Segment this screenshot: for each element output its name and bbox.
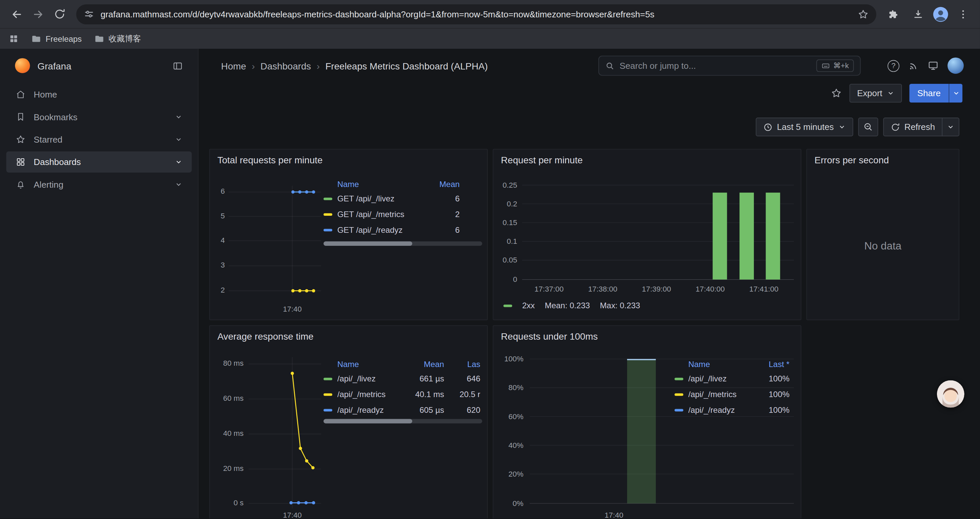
back-icon[interactable]	[6, 3, 28, 25]
browser-menu-icon[interactable]	[953, 3, 974, 25]
bookmark-star-icon[interactable]	[858, 8, 869, 20]
help-icon[interactable]: ?	[888, 60, 900, 72]
search-bar[interactable]: ⌘+k	[598, 56, 861, 76]
legend-col-last[interactable]: Las	[449, 359, 480, 369]
y-tick: 40%	[495, 441, 523, 450]
monitor-icon[interactable]	[928, 60, 939, 72]
series-last: 620	[449, 405, 480, 414]
series-name[interactable]: /api/_/metrics	[688, 390, 757, 399]
user-avatar[interactable]	[948, 57, 964, 74]
series-name[interactable]: GET /api/_/livez	[337, 194, 434, 203]
breadcrumb-dashboards[interactable]: Dashboards	[261, 61, 311, 71]
rss-icon[interactable]	[908, 61, 919, 71]
series-last: 646	[449, 374, 480, 383]
breadcrumb-separator: ›	[252, 61, 255, 71]
favorite-star-icon[interactable]	[831, 88, 842, 99]
dashboard-actions: Export Share	[831, 84, 963, 102]
y-tick: 100%	[495, 355, 523, 363]
series-name[interactable]: GET /api/_/metrics	[337, 209, 434, 219]
x-tick: 17:40	[600, 511, 627, 518]
panel-title[interactable]: Requests under 100ms	[501, 331, 598, 342]
legend-col-name[interactable]: Name	[337, 359, 412, 369]
series-name[interactable]: /api/_/readyz	[688, 405, 757, 414]
chevron-down-icon	[175, 181, 182, 188]
y-tick: 0.2	[495, 200, 517, 208]
legend-col-last[interactable]: Last *	[757, 359, 789, 369]
y-tick: 3	[211, 261, 225, 270]
sidebar-item-alerting[interactable]: Alerting	[6, 174, 192, 195]
assistant-avatar[interactable]	[937, 380, 964, 407]
chevron-down-icon	[886, 89, 894, 97]
legend-col-name[interactable]: Name	[337, 179, 434, 188]
sidebar-nav: Home Bookmarks Starred Dashboards Alerti…	[0, 84, 198, 195]
y-tick: 0.1	[495, 237, 517, 246]
site-settings-icon[interactable]	[84, 9, 94, 19]
time-range-picker[interactable]: Last 5 minutes	[756, 118, 853, 136]
legend-col-mean[interactable]: Mean	[412, 359, 444, 369]
series-color-swatch	[675, 409, 683, 411]
bookmarks-bar: Freeleaps 收藏博客	[0, 28, 980, 49]
address-bar[interactable]: grafana.mathmast.com/d/deytv4rwavabkb/fr…	[76, 4, 876, 24]
grafana-logo[interactable]	[15, 58, 30, 73]
y-tick: 80%	[495, 383, 523, 392]
extensions-icon[interactable]	[883, 3, 904, 25]
panel-average-response-time: Average response time 80 ms 60 ms 40 ms …	[209, 325, 488, 519]
y-tick: 20%	[495, 469, 523, 478]
series-name[interactable]: /api/_/livez	[688, 374, 757, 383]
share-button[interactable]: Share	[909, 84, 949, 102]
panel-title[interactable]: Errors per second	[815, 155, 889, 165]
series-color-swatch	[323, 197, 332, 200]
breadcrumb-home[interactable]: Home	[221, 61, 246, 71]
panel-title[interactable]: Average response time	[218, 331, 313, 342]
sidebar-item-home[interactable]: Home	[6, 84, 192, 105]
sidebar-item-starred[interactable]: Starred	[6, 129, 192, 150]
y-tick: 0.15	[495, 219, 517, 227]
y-tick: 0%	[495, 499, 523, 508]
request-per-minute-chart	[493, 150, 802, 321]
series-name[interactable]: 2xx	[522, 301, 535, 310]
panel-title[interactable]: Total requests per minute	[218, 155, 323, 165]
panel-title[interactable]: Request per minute	[501, 155, 583, 165]
series-name[interactable]: /api/_/livez	[337, 374, 412, 383]
clock-icon	[763, 122, 773, 132]
series-name[interactable]: GET /api/_/readyz	[337, 225, 434, 235]
legend-scrollbar[interactable]	[323, 241, 482, 246]
refresh-interval-caret[interactable]	[942, 118, 959, 136]
series-mean: 6	[434, 194, 460, 203]
bookmark-label: 收藏博客	[108, 33, 141, 45]
export-button[interactable]: Export	[850, 84, 902, 102]
legend-scrollbar[interactable]	[323, 419, 482, 423]
legend-row: /api/_/livez 100%	[675, 371, 789, 386]
panel-total-requests: Total requests per minute 6 5 4 3 2 17:4…	[209, 149, 488, 320]
legend-col-name[interactable]: Name	[688, 359, 757, 369]
bookmark-folder-freeleaps[interactable]: Freeleaps	[31, 34, 82, 44]
sidebar-item-bookmarks[interactable]: Bookmarks	[6, 106, 192, 128]
series-name[interactable]: /api/_/readyz	[337, 405, 412, 414]
download-icon[interactable]	[908, 3, 929, 25]
panel-errors-per-second: Errors per second No data	[806, 149, 959, 320]
url-text[interactable]: grafana.mathmast.com/d/deytv4rwavabkb/fr…	[100, 9, 851, 19]
scrollbar-thumb[interactable]	[323, 419, 412, 423]
search-input[interactable]	[620, 61, 811, 71]
legend-col-mean[interactable]: Mean	[434, 179, 460, 188]
browser-profile-avatar[interactable]	[932, 6, 949, 22]
screen: grafana.mathmast.com/d/deytv4rwavabkb/fr…	[0, 0, 980, 518]
bookmark-folder-blogs[interactable]: 收藏博客	[94, 33, 141, 45]
forward-icon[interactable]	[27, 3, 49, 25]
share-menu-caret[interactable]	[949, 84, 963, 102]
collapse-sidebar-icon[interactable]	[172, 61, 183, 71]
zoom-out-button[interactable]	[858, 118, 878, 136]
apps-grid-icon[interactable]	[9, 34, 19, 44]
series-name[interactable]: /api/_/metrics	[337, 390, 412, 399]
x-tick: 17:40:00	[688, 284, 733, 293]
scrollbar-thumb[interactable]	[323, 241, 412, 246]
series-color-swatch	[675, 377, 683, 380]
sidebar-item-dashboards[interactable]: Dashboards	[6, 151, 192, 172]
chevron-down-icon	[175, 136, 182, 143]
chevron-down-icon	[838, 123, 846, 131]
legend-table: Name Mean Las /api/_/livez 661 µs 646 /a…	[323, 357, 480, 418]
reload-icon[interactable]	[49, 3, 70, 25]
series-mean: 6	[434, 225, 460, 235]
browser-actions	[883, 3, 974, 25]
refresh-button[interactable]: Refresh	[883, 118, 943, 136]
